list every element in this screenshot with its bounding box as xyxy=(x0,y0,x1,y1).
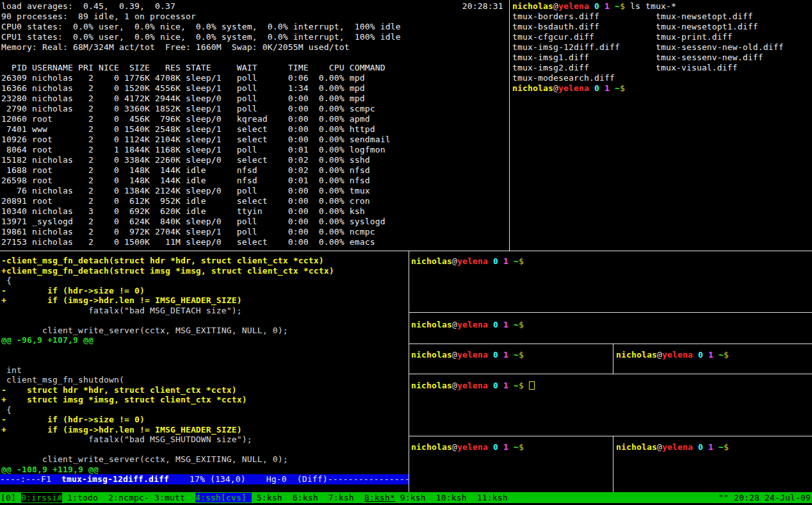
seg-pm: 1 xyxy=(605,83,610,93)
terminal-line: - struct hdr *hdr, struct client_ctx *cc… xyxy=(1,385,334,395)
status-window-list: [0] 0:irssi# 1:todo 2:ncmpc- 3:mutt 4:ss… xyxy=(1,492,508,502)
seg-w: client_msg_fn_shutdown( xyxy=(1,375,124,385)
terminal-line: tmux-imsg-12diff.diff tmux-sessenv-new-o… xyxy=(512,42,784,53)
terminal-line: - if (hdr->size != 0) xyxy=(1,415,334,425)
seg-py: nicholas xyxy=(411,350,452,360)
seg-mlb: tmux-imsg-12diff.diff xyxy=(61,474,169,484)
seg-w: fatalx("bad MSG_DETACH size"); xyxy=(1,306,242,315)
seg-pw: @ xyxy=(452,256,457,266)
seg-df xyxy=(508,320,514,329)
seg-pdy: $ xyxy=(519,256,524,266)
seg-ml: 17% (134,0) Hg-0 (Diff)---------------- xyxy=(169,474,410,484)
pane-emacs-diff[interactable]: -client_msg_fn_detach(struct hdr *hdr, s… xyxy=(1,256,334,474)
seg-pg: ~ xyxy=(514,320,519,329)
status-clock: "" 20:28 24-Jul-09 xyxy=(719,492,811,503)
seg-df xyxy=(498,442,503,452)
pane-top-output[interactable]: load averages: 0.45, 0.39, 0.37 20:28:31… xyxy=(1,1,503,247)
pane-border-h1 xyxy=(409,312,812,313)
seg-pg: ~ xyxy=(514,442,519,452)
seg-y: - struct hdr *hdr, struct client_ctx *cc… xyxy=(1,385,237,395)
seg-tx: tmux-imsg-12diff.diff tmux-sessenv-new-o… xyxy=(512,42,784,52)
seg-w: { xyxy=(1,405,12,415)
seg-df xyxy=(713,442,719,452)
seg-df xyxy=(508,256,514,266)
seg-pdy: $ xyxy=(620,83,625,93)
seg-pm: 1 xyxy=(605,1,610,11)
seg-w: int xyxy=(1,365,22,375)
pane-shell-6[interactable]: nicholas@yelena 0 1 ~$ xyxy=(411,442,524,452)
seg-py: nicholas xyxy=(512,1,553,11)
terminal-line: -client_msg_fn_detach(struct hdr *hdr, s… xyxy=(1,256,334,266)
seg-pdy: $ xyxy=(519,381,524,390)
seg-df xyxy=(498,350,503,360)
seg-y: - if (hdr->size != 0) xyxy=(1,286,145,295)
terminal-line: { xyxy=(1,405,334,415)
terminal-line: tmux-imsg2.diff tmux-visual.diff xyxy=(512,63,784,73)
seg-pm: 1 xyxy=(708,350,713,360)
seg-ml: ----:---F1 xyxy=(0,474,61,484)
terminal-line: tmux-bsdauth.diff tmux-newsetopt1.diff xyxy=(512,22,784,32)
seg-pr: yelena xyxy=(558,83,589,93)
terminal-line: tmux-imsg1.diff tmux-sessenv-new.diff xyxy=(512,53,784,63)
terminal-line: nicholas@yelena 0 1 ~$ xyxy=(411,256,524,267)
seg-pm: 1 xyxy=(708,442,713,452)
terminal-line: nicholas@yelena 0 1 ~$ xyxy=(411,442,524,452)
pane-shell-4[interactable]: nicholas@yelena 0 1 ~$ xyxy=(616,350,729,360)
seg-pc: 0 xyxy=(493,320,498,329)
seg-y: -client_msg_fn_detach(struct hdr *hdr, s… xyxy=(1,256,324,265)
terminal-line: ----:---F1 tmux-imsg-12diff.diff 17% (13… xyxy=(0,474,409,484)
seg-pw: @ xyxy=(452,320,457,329)
tmux-status-bar[interactable]: [0] 0:irssi# 1:todo 2:ncmpc- 3:mutt 4:ss… xyxy=(0,492,812,503)
seg-pg: ~ xyxy=(514,350,519,360)
seg-sbu: 8:ksh* xyxy=(364,493,395,502)
seg-df xyxy=(498,256,503,266)
seg-df xyxy=(610,1,615,11)
seg-tx: tmux-borders.diff tmux-newsetopt.diff xyxy=(512,12,753,21)
seg-tx: tmux-modesearch.diff xyxy=(512,73,615,83)
seg-pc: 0 xyxy=(698,350,703,360)
terminal-line: client_write_server(cctx, MSG_EXITING, N… xyxy=(1,326,334,336)
terminal-line: tmux-borders.diff tmux-newsetopt.diff xyxy=(512,12,784,22)
terminal-line: nicholas@yelena 0 1 ~$ xyxy=(616,442,729,452)
seg-pw: @ xyxy=(452,381,457,390)
pane-shell-2[interactable]: nicholas@yelena 0 1 ~$ xyxy=(411,320,524,330)
seg-sbg: [0] xyxy=(1,493,21,502)
pane-border-v1 xyxy=(613,344,613,374)
seg-pdy: $ xyxy=(620,1,625,11)
pane-shell-ls[interactable]: nicholas@yelena 0 1 ~$ ls tmux-*tmux-bor… xyxy=(512,1,784,94)
seg-df xyxy=(488,442,493,452)
seg-pw: @ xyxy=(657,442,662,452)
terminal-line: + struct imsg *imsg, struct client_ctx *… xyxy=(1,395,334,405)
seg-df xyxy=(524,381,529,390)
pane-shell-3[interactable]: nicholas@yelena 0 1 ~$ xyxy=(411,350,524,360)
seg-df xyxy=(703,442,708,452)
seg-sbg: 5:ksh 6:ksh 7:ksh xyxy=(252,493,364,502)
seg-df xyxy=(488,350,493,360)
seg-pdy: $ xyxy=(519,350,524,360)
pane-shell-1[interactable]: nicholas@yelena 0 1 ~$ xyxy=(411,256,524,267)
seg-df xyxy=(693,442,698,452)
pane-shell-7[interactable]: nicholas@yelena 0 1 ~$ xyxy=(616,442,729,452)
terminal-line xyxy=(1,445,334,455)
seg-df xyxy=(599,1,605,11)
seg-df xyxy=(498,381,503,390)
seg-df xyxy=(589,1,594,11)
terminal-line: nicholas@yelena 0 1 ~$ xyxy=(411,381,535,391)
seg-pg: ~ xyxy=(615,1,620,11)
terminal-line: nicholas@yelena 0 1 ~$ xyxy=(512,83,784,94)
terminal-line: [0] 0:irssi# 1:todo 2:ncmpc- 3:mutt 4:ss… xyxy=(1,492,508,502)
seg-pm: 1 xyxy=(503,256,508,266)
seg-df xyxy=(693,350,698,360)
terminal-line xyxy=(1,345,334,356)
seg-pr: yelena xyxy=(558,1,589,11)
seg-df xyxy=(488,381,493,390)
pane-shell-5-cursor[interactable]: nicholas@yelena 0 1 ~$ xyxy=(411,381,535,391)
seg-pc: 0 xyxy=(493,442,498,452)
seg-pr: yelena xyxy=(457,381,488,390)
seg-pc: 0 xyxy=(493,256,498,266)
terminal-line: @@ -96,9 +107,9 @@ xyxy=(1,335,334,345)
seg-df xyxy=(599,83,605,93)
seg-tx: ls tmux-* xyxy=(625,1,676,11)
seg-df xyxy=(589,83,594,93)
seg-py: nicholas xyxy=(411,442,452,452)
